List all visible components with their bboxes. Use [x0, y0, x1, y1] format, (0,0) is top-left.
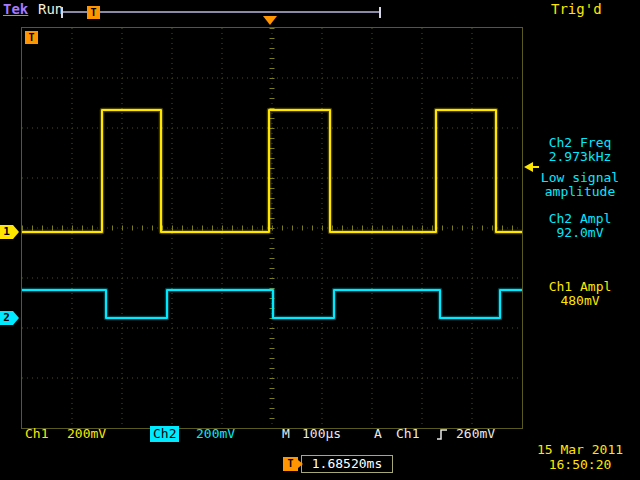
ch1-ampl-label: Ch1 Ampl — [524, 280, 636, 294]
ch2-scale-value: 200mV — [196, 426, 235, 442]
ch1-scale-value: 200mV — [67, 426, 106, 442]
warning-line2: amplitude — [524, 185, 636, 199]
warning-line1: Low signal — [524, 171, 636, 185]
ch2-freq-label: Ch2 Freq — [524, 136, 636, 150]
date-readout: 15 Mar 2011 — [524, 443, 636, 457]
record-bar-left-cap — [61, 7, 63, 18]
record-trigger-marker-icon: T — [87, 6, 100, 19]
delay-value: 1.68520ms — [312, 456, 382, 471]
oscilloscope-screen: Tek Run T Trig'd T 1 2 Ch2 Freq 2.973kHz… — [0, 0, 640, 480]
ch1-marker-arrow-icon — [13, 225, 19, 239]
ch2-ground-marker: 2 — [0, 311, 13, 325]
delay-value-box: 1.68520ms — [301, 455, 393, 473]
ch1-ground-marker: 1 — [0, 225, 13, 239]
time-readout: 16:50:20 — [524, 458, 636, 472]
ch2-ampl-label: Ch2 Ampl — [524, 212, 636, 226]
brand-logo: Tek — [3, 2, 28, 16]
graticule — [21, 27, 523, 429]
trigger-source: Ch1 — [396, 426, 419, 442]
trigger-group-label: A — [374, 426, 382, 442]
measurement-readouts: Ch2 Freq 2.973kHz Low signal amplitude C… — [524, 0, 636, 480]
acquisition-record-bar: T — [61, 6, 381, 19]
timebase-value: 100µs — [302, 426, 341, 442]
ch2-freq-value: 2.973kHz — [524, 150, 636, 164]
ch1-scale-label: Ch1 — [25, 426, 48, 442]
acquisition-state: Run — [38, 2, 63, 16]
trace-ch2 — [22, 290, 522, 318]
ch1-ampl-value: 480mV — [524, 294, 636, 308]
ch2-ampl-value: 92.0mV — [524, 226, 636, 240]
waveform-display — [22, 28, 522, 428]
trigger-position-arrow-icon — [263, 16, 277, 25]
delay-marker-icon: T — [283, 457, 298, 471]
ch2-marker-arrow-icon — [13, 311, 19, 325]
trigger-level-value: 260mV — [456, 426, 495, 442]
timebase-label: M — [282, 426, 290, 442]
status-bar: Ch1 200mV Ch2 200mV M 100µs A Ch1 260mV — [22, 426, 522, 442]
record-bar-line — [61, 11, 381, 13]
trigger-corner-marker-icon: T — [25, 31, 38, 44]
record-bar-right-cap — [379, 7, 381, 18]
delay-marker-label: T — [287, 458, 293, 469]
ch2-ground-marker-label: 2 — [3, 311, 10, 324]
ch1-ground-marker-label: 1 — [3, 225, 10, 238]
ch2-scale-label: Ch2 — [150, 426, 179, 442]
trigger-slope-rising-icon — [436, 428, 448, 441]
